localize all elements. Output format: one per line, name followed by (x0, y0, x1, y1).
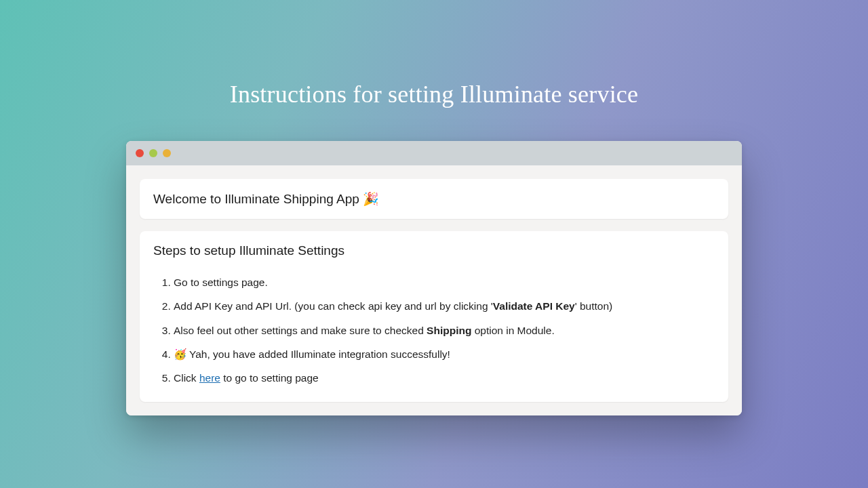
list-item: Click here to go to setting page (174, 366, 715, 390)
step-text: ' button) (575, 300, 613, 312)
step-text: to go to setting page (220, 372, 319, 384)
maximize-icon[interactable] (163, 149, 171, 157)
welcome-card: Welcome to Illuminate Shipping App 🎉 (140, 179, 728, 219)
steps-list: Go to settings page. Add API Key and API… (153, 270, 715, 390)
list-item: Add API Key and API Url. (you can check … (174, 294, 715, 318)
window-titlebar (126, 141, 742, 165)
list-item: 🥳 Yah, you have added Illuminate integra… (174, 342, 715, 366)
settings-link[interactable]: here (199, 372, 220, 384)
list-item: Go to settings page. (174, 270, 715, 294)
step-text: option in Module. (471, 325, 554, 336)
welcome-title: Welcome to Illuminate Shipping App 🎉 (153, 191, 715, 207)
step-text: Also feel out other settings and make su… (174, 325, 427, 336)
page-title: Instructions for setting Illuminate serv… (0, 80, 868, 108)
close-icon[interactable] (136, 149, 144, 157)
step-text: Add API Key and API Url. (you can check … (174, 300, 493, 312)
step-bold: Validate API Key (493, 300, 575, 312)
steps-card: Steps to setup Illuminate Settings Go to… (140, 231, 728, 402)
list-item: Also feel out other settings and make su… (174, 319, 715, 342)
steps-card-title: Steps to setup Illuminate Settings (153, 243, 715, 258)
minimize-icon[interactable] (149, 149, 157, 157)
step-text: Click (174, 372, 199, 384)
step-text: Go to settings page. (174, 277, 268, 288)
step-bold: Shipping (427, 325, 471, 336)
app-window: Welcome to Illuminate Shipping App 🎉 Ste… (126, 141, 742, 415)
step-text: 🥳 Yah, you have added Illuminate integra… (174, 348, 450, 360)
window-content: Welcome to Illuminate Shipping App 🎉 Ste… (126, 165, 742, 415)
